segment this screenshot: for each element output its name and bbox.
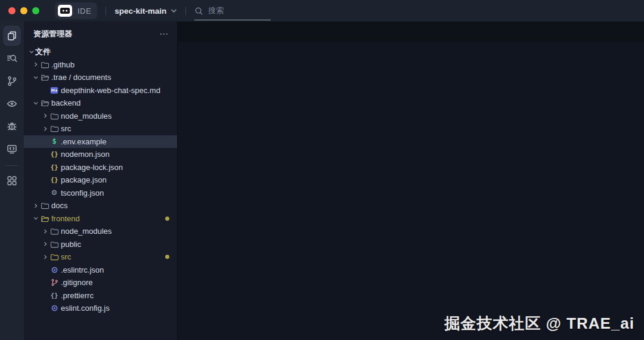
braces-icon: {} [49,176,60,184]
tree-item-.gitignore[interactable]: .gitignore [24,276,177,289]
remote-window-icon [7,144,17,154]
tree-item-label: deepthink-web-chat-spec.md [61,86,160,95]
chevron-right-icon [32,61,39,67]
tree-item-frontend[interactable]: frontend [24,212,177,225]
chevron-down-icon [27,49,35,55]
code-editor[interactable] [178,58,644,340]
tree-item-docs[interactable]: docs [24,199,177,212]
file-tree: 文件.github.trae / documentsdeepthink-web-… [24,45,177,340]
sidebar-title: 资源管理器 [33,29,72,39]
tree-item-.github[interactable]: .github [24,58,177,72]
folder-icon [49,240,60,248]
tree-item-backend[interactable]: backend [24,97,177,110]
close-window-button[interactable] [8,7,16,14]
files-icon [7,30,17,41]
titlebar-divider [185,7,186,16]
braces-dim-icon: {} [49,292,60,299]
tree-item-label: tsconfig.json [61,188,104,197]
folder-open-icon [39,73,50,81]
tree-item-nodemon.json[interactable]: {}nodemon.json [24,148,177,161]
tree-item-tsconfig.json[interactable]: ⚙tsconfig.json [24,187,177,200]
folder-icon [39,202,50,209]
folder-icon [49,227,60,235]
tree-item-public[interactable]: public [24,238,177,251]
tree-item-src[interactable]: src [24,122,177,135]
search-icon [194,7,203,16]
tree-item-.eslintrc.json[interactable]: .eslintrc.json [24,264,177,277]
editor-group [178,21,644,340]
tree-item-.env.example[interactable]: $.env.example [24,135,177,149]
markdown-icon [49,86,60,94]
tree-item-label: .gitignore [61,278,92,287]
chevron-right-icon [41,254,49,260]
tree-item-label: package.json [61,175,107,184]
project-switcher[interactable]: spec-kit-main [114,7,177,16]
folder-icon [49,112,60,120]
env-icon: $ [49,137,60,146]
minimize-window-button[interactable] [20,7,27,14]
activity-item-search-list-icon[interactable] [2,47,22,70]
tab-bar [178,21,644,42]
chevron-right-icon [41,113,49,119]
breadcrumb[interactable] [178,42,644,58]
chevron-down-icon [32,215,39,221]
tree-item-label: node_modules [61,227,112,236]
chevron-down-icon [32,75,39,81]
activity-item-extensions-icon[interactable] [2,169,22,192]
app-label: IDE [78,7,91,16]
tree-item-label: .github [51,60,75,69]
tree-item-label: 文件 [35,47,51,57]
git-icon [49,279,60,286]
tree-item-label: backend [51,98,80,107]
folder-open-icon [39,215,50,222]
tree-item-eslint.config.js[interactable]: eslint.config.js [24,302,177,315]
chevron-right-icon [41,126,49,132]
eye-icon [7,98,17,109]
trae-logo-icon [57,4,73,17]
tree-item-label: frontend [51,214,80,223]
tree-item-label: src [61,252,71,261]
search-list-icon [7,53,17,64]
activity-item-source-control-icon[interactable] [2,70,22,92]
tree-item-.trae / documents[interactable]: .trae / documents [24,71,177,84]
tree-item-label: .prettierrc [61,291,94,300]
git-modified-dot [165,217,169,221]
tree-section-文件[interactable]: 文件 [24,45,177,58]
tree-item-label: docs [51,201,67,210]
activity-item-debug-icon[interactable] [2,115,22,138]
chevron-down-icon [171,8,177,13]
tree-item-.prettierrc[interactable]: {}.prettierrc [24,289,177,302]
tree-item-label: src [61,124,71,133]
tree-item-package-lock.json[interactable]: {}package-lock.json [24,161,177,174]
activity-bar [0,21,24,340]
tree-item-deepthink-web-chat-spec.md[interactable]: deepthink-web-chat-spec.md [24,84,177,97]
zoom-window-button[interactable] [32,7,39,14]
window-controls [0,7,49,14]
tree-item-label: package-lock.json [61,163,123,172]
source-control-icon [7,76,17,86]
tree-item-label: node_modules [61,112,112,120]
gear-icon: ⚙ [49,188,60,197]
explorer-sidebar: 资源管理器 ⋯ 文件.github.trae / documentsdeepth… [24,21,178,340]
activity-item-remote-window-icon[interactable] [2,138,22,160]
braces-icon: {} [49,163,60,171]
ide-window: IDE spec-kit-main 搜索 资源管理器 ⋯ 文件.github.t… [0,0,644,340]
search-input[interactable]: 搜索 [194,0,273,21]
debug-icon [7,121,17,132]
folder-icon [49,253,60,261]
tree-item-label: .env.example [61,137,106,146]
activity-item-eye-icon[interactable] [2,92,22,115]
tree-item-label: .eslintrc.json [61,265,104,274]
tree-item-node_modules[interactable]: node_modules [24,110,177,123]
more-actions-icon[interactable]: ⋯ [159,32,169,36]
chevron-right-icon [32,203,39,209]
folder-open-icon [39,99,50,107]
tree-item-label: nodemon.json [61,150,110,159]
tree-item-node_modules[interactable]: node_modules [24,225,177,238]
search-placeholder: 搜索 [208,5,224,16]
tree-item-src[interactable]: src [24,251,177,264]
activity-item-files-icon[interactable] [3,26,21,46]
chevron-down-icon [32,100,39,106]
folder-icon [49,125,60,132]
tree-item-package.json[interactable]: {}package.json [24,174,177,187]
